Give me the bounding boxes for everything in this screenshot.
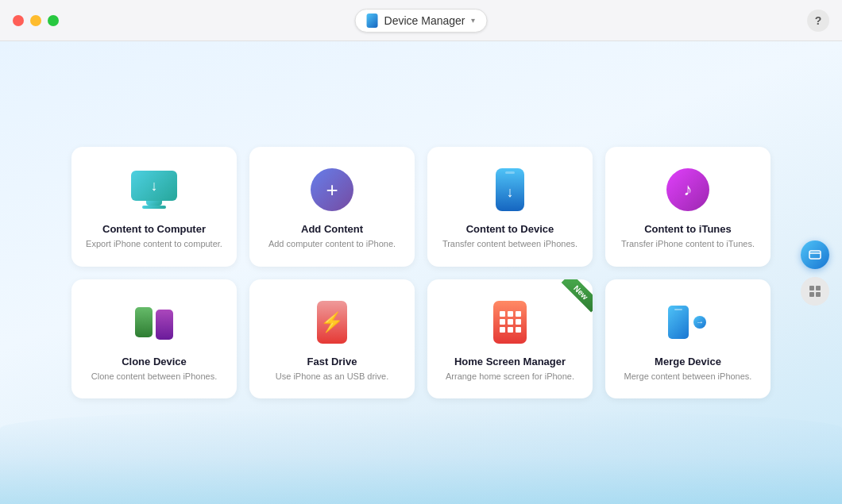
merge-phones-icon: →	[664, 303, 712, 341]
card-fast-drive[interactable]: ⚡ Fast Drive Use iPhone as an USB drive.	[249, 279, 415, 398]
phone-notch	[505, 171, 515, 174]
main-content: ↓ Content to Computer Export iPhone cont…	[0, 41, 842, 504]
card-title: Clone Device	[122, 356, 187, 367]
home-screen-manager-icon	[486, 298, 534, 346]
wave-decoration	[0, 409, 842, 504]
card-title: Content to Computer	[102, 223, 206, 235]
maximize-button[interactable]	[48, 15, 59, 26]
apps-grid-icon	[493, 301, 527, 344]
card-desc: Use iPhone as an USB drive.	[276, 371, 388, 383]
card-content-to-computer[interactable]: ↓ Content to Computer Export iPhone cont…	[71, 147, 237, 266]
card-clone-device[interactable]: Clone Device Clone content between iPhon…	[71, 279, 237, 398]
card-title: Fast Drive	[307, 356, 357, 367]
card-desc: Arrange home screen for iPhone.	[446, 371, 574, 383]
device-arrow-icon: ↓	[507, 184, 514, 201]
card-home-screen-manager[interactable]: New Home Screen	[427, 279, 593, 398]
dropdown-label: Device Manager	[384, 14, 465, 27]
phone-icon	[367, 13, 378, 28]
content-to-device-icon: ↓	[486, 166, 534, 214]
card-desc: Transfer iPhone content to iTunes.	[621, 238, 755, 250]
add-content-icon: +	[308, 166, 356, 214]
usb-drive-icon: ⚡	[317, 301, 347, 344]
card-merge-device[interactable]: → Merge Device Merge content between iPh…	[605, 279, 771, 398]
card-content-to-itunes[interactable]: ♪ Content to iTunes Transfer iPhone cont…	[605, 147, 771, 266]
card-title: Add Content	[301, 223, 363, 235]
card-desc: Clone content between iPhones.	[91, 371, 217, 383]
feature-grid: ↓ Content to Computer Export iPhone cont…	[71, 147, 771, 398]
title-dropdown-container: Device Manager ▾	[355, 9, 488, 33]
minimize-button[interactable]	[30, 15, 41, 26]
card-content-to-device[interactable]: ↓ Content to Device Transfer content bet…	[427, 147, 593, 266]
card-desc: Add computer content to iPhone.	[268, 238, 396, 250]
card-desc: Export iPhone content to computer.	[86, 238, 222, 250]
close-button[interactable]	[13, 15, 24, 26]
card-title: Home Screen Manager	[454, 356, 566, 367]
help-button[interactable]: ?	[807, 10, 829, 32]
card-title: Content to Device	[466, 223, 554, 235]
svg-rect-0	[809, 251, 821, 259]
itunes-icon: ♪	[666, 168, 709, 211]
plus-circle-icon: +	[311, 168, 353, 211]
titlebar: Device Manager ▾ ?	[0, 0, 842, 41]
fast-drive-icon: ⚡	[308, 298, 356, 346]
card-add-content[interactable]: + Add Content Add computer content to iP…	[249, 147, 415, 266]
device-manager-dropdown[interactable]: Device Manager ▾	[355, 9, 488, 33]
card-title: Content to iTunes	[644, 223, 732, 235]
card-desc: Merge content between iPhones.	[624, 371, 752, 383]
clone-phones-icon	[130, 302, 178, 342]
svg-rect-4	[809, 292, 814, 297]
grid-view-button[interactable]	[801, 277, 829, 306]
traffic-lights	[13, 15, 59, 26]
new-badge: New	[553, 279, 593, 319]
lightning-icon: ⚡	[320, 311, 344, 333]
card-title: Merge Device	[655, 356, 721, 367]
svg-rect-3	[816, 286, 821, 290]
expand-button[interactable]	[801, 240, 829, 269]
grid-icon	[809, 285, 821, 298]
svg-rect-2	[809, 286, 814, 290]
expand-icon	[808, 248, 822, 262]
content-to-computer-icon: ↓	[130, 166, 178, 214]
card-desc: Transfer content between iPhones.	[442, 238, 577, 250]
content-to-itunes-icon: ♪	[664, 166, 712, 214]
merge-device-icon: →	[664, 298, 712, 346]
download-arrow-icon: ↓	[151, 178, 158, 194]
clone-device-icon	[130, 298, 178, 346]
svg-rect-5	[816, 292, 821, 297]
side-buttons	[801, 240, 829, 306]
chevron-down-icon: ▾	[471, 16, 475, 25]
